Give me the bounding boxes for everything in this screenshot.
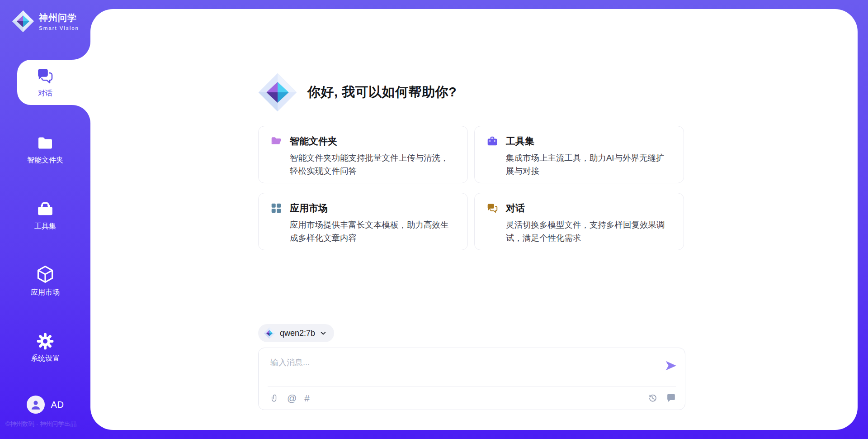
sidebar-item-app-market[interactable]: 应用市场	[0, 260, 90, 301]
card-title: 智能文件夹	[290, 135, 337, 148]
pill-corner-top	[72, 42, 90, 60]
card-app-market[interactable]: 应用市场 应用市场提供丰富长文本模板，助力高效生成多样化文章内容	[258, 193, 468, 250]
sidebar-item-smart-folder[interactable]: 智能文件夹	[0, 129, 90, 170]
sidebar-item-chat[interactable]: 对话	[0, 60, 90, 105]
sidebar-item-label: 应用市场	[31, 288, 60, 297]
folder-open-icon	[270, 135, 282, 147]
gem-logo-icon	[264, 327, 275, 339]
model-name: qwen2:7b	[280, 329, 315, 338]
greeting: 你好, 我可以如何帮助你?	[258, 72, 457, 112]
send-icon[interactable]	[664, 359, 678, 372]
card-toolset[interactable]: 工具集 集成市场上主流工具，助力AI与外界无缝扩展与对接	[474, 126, 684, 183]
user-account[interactable]: AD	[0, 395, 90, 414]
brand-logo-icon	[12, 10, 34, 33]
avatar	[27, 396, 45, 414]
sidebar-item-label: 智能文件夹	[27, 156, 63, 165]
app-window: 神州问学 Smart Vision 对话 智能文件夹	[0, 0, 868, 439]
card-description: 应用市场提供丰富长文本模板，助力高效生成多样化文章内容	[290, 218, 456, 244]
person-icon	[30, 399, 42, 410]
user-name: AD	[51, 400, 64, 410]
card-chat[interactable]: 对话 灵活切换多模型文件，支持多样回复效果调试，满足个性化需求	[474, 193, 684, 250]
history-icon	[647, 393, 658, 403]
copyright: ©神州数码 · 神州问学出品	[5, 420, 90, 428]
cube-icon	[35, 264, 55, 284]
card-description: 集成市场上主流工具，助力AI与外界无缝扩展与对接	[506, 151, 672, 177]
feature-cards: 智能文件夹 智能文件夹功能支持批量文件上传与清洗，轻松实现文件问答 工具集 集成…	[258, 126, 684, 250]
chat-bubble-icon	[665, 392, 677, 404]
greeting-text: 你好, 我可以如何帮助你?	[307, 83, 457, 101]
chat-icon	[486, 202, 498, 214]
card-smart-folder[interactable]: 智能文件夹 智能文件夹功能支持批量文件上传与清洗，轻松实现文件问答	[258, 126, 468, 183]
model-selector[interactable]: qwen2:7b	[258, 324, 334, 342]
sidebar-item-label: 系统设置	[31, 354, 60, 363]
message-input[interactable]	[270, 354, 659, 371]
chevron-down-icon	[320, 329, 327, 337]
feedback-button[interactable]	[665, 392, 677, 404]
paperclip-icon	[270, 393, 279, 403]
card-description: 灵活切换多模型文件，支持多样回复效果调试，满足个性化需求	[506, 218, 672, 244]
card-title: 对话	[506, 202, 525, 215]
mention-button[interactable]: @	[287, 393, 297, 403]
sidebar-item-toolset[interactable]: 工具集	[0, 195, 90, 236]
apps-grid-icon	[270, 202, 282, 214]
history-button[interactable]	[647, 393, 658, 403]
sidebar-item-settings[interactable]: 系统设置	[0, 327, 90, 368]
sidebar-item-label: 对话	[38, 89, 52, 98]
card-title: 应用市场	[290, 202, 328, 215]
gear-icon	[36, 332, 54, 350]
attach-file-button[interactable]	[270, 393, 279, 403]
card-title: 工具集	[506, 135, 534, 148]
folder-icon	[36, 134, 54, 152]
at-icon: @	[287, 393, 297, 403]
sidebar-item-label: 工具集	[34, 222, 56, 231]
main-content: 你好, 我可以如何帮助你? 智能文件夹 智能文件夹功能支持批量文件上传与清洗，轻…	[90, 9, 858, 430]
topic-button[interactable]: #	[304, 393, 310, 403]
pill-corner-bottom	[72, 105, 90, 123]
briefcase-icon	[36, 200, 54, 218]
assistant-logo-icon	[258, 72, 297, 112]
brand-subtitle: Smart Vision	[39, 25, 79, 31]
sidebar: 神州问学 Smart Vision 对话 智能文件夹	[0, 0, 90, 439]
hash-icon: #	[304, 393, 310, 403]
message-composer: @ #	[258, 348, 685, 410]
brand-name: 神州问学	[39, 12, 79, 24]
card-description: 智能文件夹功能支持批量文件上传与清洗，轻松实现文件问答	[290, 151, 456, 177]
briefcase-icon	[486, 135, 498, 147]
chat-icon	[36, 67, 54, 85]
brand: 神州问学 Smart Vision	[12, 10, 79, 33]
